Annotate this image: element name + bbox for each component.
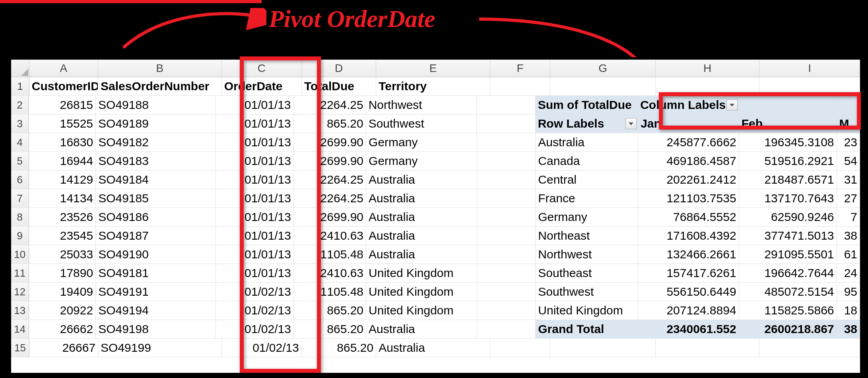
pivot-row-label[interactable]: United Kingdom [536,301,638,320]
cell[interactable] [550,77,656,96]
header-orderdate[interactable]: OrderDate [222,77,302,96]
pivot-value[interactable]: 218487.6571 [739,171,837,189]
cell-territory[interactable]: Australia [366,245,477,264]
pivot-col-feb[interactable]: Feb [739,114,837,133]
cell[interactable] [477,208,536,227]
cell-customerid[interactable]: 14134 [29,189,96,208]
cell-salesordernumber[interactable]: SO49185 [96,189,216,208]
cell-totaldue[interactable]: 2699.90 [294,133,366,152]
pivot-row-label[interactable]: Northeast [536,227,638,245]
cell[interactable] [477,96,535,114]
row-header[interactable]: 12 [11,283,29,301]
cell[interactable] [490,77,550,96]
cell-orderdate[interactable]: 01/01/13 [216,189,294,208]
pivot-grand-total-value[interactable]: 2340061.552 [638,320,739,339]
filter-dropdown-icon[interactable] [625,118,637,129]
cell[interactable] [837,96,860,114]
cell-totaldue[interactable]: 2264.25 [294,171,366,189]
pivot-value-partial[interactable]: 54 [837,152,860,171]
pivot-value-partial[interactable]: 24 [837,264,860,283]
pivot-value[interactable]: 469186.4587 [638,152,739,171]
cell-customerid[interactable]: 16944 [29,152,96,171]
row-header[interactable]: 4 [11,133,29,152]
cell-territory[interactable]: Australia [366,208,477,227]
cell[interactable] [739,96,837,114]
cell-orderdate[interactable]: 01/02/13 [216,283,294,301]
header-territory[interactable]: Territory [376,77,490,96]
cell-totaldue[interactable]: 865.20 [294,114,366,133]
pivot-value[interactable]: 291095.5501 [739,245,837,264]
cell-orderdate[interactable]: 01/01/13 [216,227,294,245]
cell-customerid[interactable]: 20922 [29,301,96,320]
pivot-col-partial[interactable]: M [837,114,860,133]
cell-orderdate[interactable]: 01/02/13 [216,320,294,339]
cell-salesordernumber[interactable]: SO49186 [96,208,216,227]
cell-customerid[interactable]: 26662 [29,320,96,339]
select-all-corner[interactable] [11,60,29,77]
cell[interactable] [477,114,535,133]
pivot-value[interactable]: 485072.5154 [739,283,837,301]
pivot-value[interactable]: 519516.2921 [739,152,837,171]
col-header-D[interactable]: D [302,60,376,77]
pivot-value-partial[interactable]: 95 [837,283,860,301]
pivot-value[interactable]: 196345.3108 [739,133,837,152]
cell[interactable] [477,133,536,152]
cell[interactable] [656,77,759,96]
cell-territory[interactable]: Australia [366,171,477,189]
cell-totaldue[interactable]: 2699.90 [294,152,366,171]
pivot-value[interactable]: 115825.5866 [739,301,837,320]
row-header[interactable]: 8 [11,208,29,227]
pivot-value-partial[interactable]: 18 [837,301,860,320]
pivot-value-partial[interactable]: 27 [837,189,860,208]
row-header[interactable]: 11 [11,264,29,283]
col-header-E[interactable]: E [376,60,490,77]
cell[interactable] [477,189,536,208]
cell[interactable] [477,264,536,283]
cell[interactable] [477,152,536,171]
pivot-grand-total-value[interactable]: 2600218.867 [739,320,837,339]
row-header[interactable]: 3 [11,114,29,133]
cell[interactable] [477,227,536,245]
pivot-value-partial[interactable]: 61 [837,245,860,264]
pivot-value[interactable]: 76864.5552 [638,208,739,227]
cell-orderdate[interactable]: 01/02/13 [222,339,302,357]
pivot-row-label[interactable]: Australia [536,133,638,152]
cell-totaldue[interactable]: 865.20 [294,301,366,320]
pivot-row-label[interactable]: Southeast [536,264,638,283]
cell[interactable] [490,339,550,357]
cell-territory[interactable]: Australia [366,320,477,339]
cell-salesordernumber[interactable]: SO49182 [96,133,216,152]
cell-territory[interactable]: Australia [376,339,490,357]
spreadsheet-grid[interactable]: A B C D E F G H I 1CustomerIDSalesOrderN… [11,60,860,373]
cell-territory[interactable]: Australia [366,227,477,245]
cell-territory[interactable]: Germany [366,133,477,152]
pivot-row-label[interactable]: Canada [536,152,638,171]
filter-dropdown-icon[interactable] [726,99,738,110]
pivot-value-partial[interactable]: 23 [837,133,860,152]
pivot-value[interactable]: 207124.8894 [638,301,739,320]
row-header[interactable]: 6 [11,171,29,189]
cell-territory[interactable]: Germany [366,152,477,171]
cell-salesordernumber[interactable]: SO49199 [98,339,222,357]
cell-customerid[interactable]: 14129 [29,171,96,189]
cell-salesordernumber[interactable]: SO49183 [96,152,216,171]
pivot-row-label[interactable]: Germany [536,208,638,227]
cell-totaldue[interactable]: 1105.48 [294,245,366,264]
pivot-value-partial[interactable]: 38 [837,227,860,245]
pivot-value[interactable]: 62590.9246 [739,208,837,227]
col-header-A[interactable]: A [29,60,98,77]
pivot-value[interactable]: 121103.7535 [638,189,739,208]
pivot-value[interactable]: 171608.4392 [638,227,739,245]
cell-salesordernumber[interactable]: SO49187 [96,227,216,245]
cell[interactable] [550,339,656,357]
col-header-G[interactable]: G [550,60,656,77]
pivot-row-label[interactable]: Southwest [536,283,638,301]
cell-salesordernumber[interactable]: SO49189 [96,114,216,133]
cell-orderdate[interactable]: 01/01/13 [216,171,294,189]
pivot-row-label[interactable]: Central [536,171,638,189]
cell-customerid[interactable]: 26667 [29,339,98,357]
cell-orderdate[interactable]: 01/01/13 [216,208,294,227]
cell[interactable] [477,301,536,320]
cell-customerid[interactable]: 23545 [29,227,96,245]
cell-salesordernumber[interactable]: SO49188 [96,96,216,114]
